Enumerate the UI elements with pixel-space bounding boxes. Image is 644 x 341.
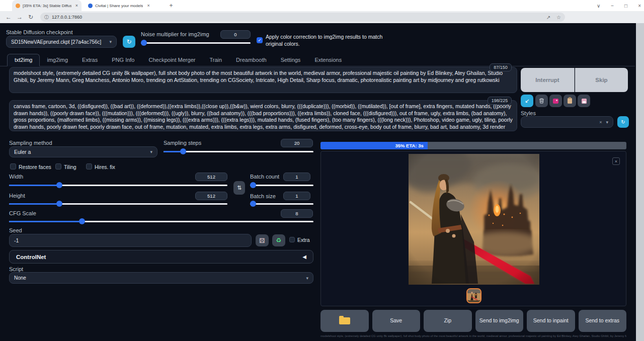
restore-faces-checkbox[interactable]	[10, 163, 16, 169]
paste-generation-params-button[interactable]: ↙	[521, 95, 533, 107]
tab-search-icon[interactable]: ∨	[597, 3, 600, 9]
tab-close-icon[interactable]: ×	[147, 3, 149, 8]
chevron-down-icon: ▾	[306, 276, 308, 281]
send-to-inpaint-button[interactable]: Send to inpaint	[527, 310, 575, 332]
width-slider[interactable]	[9, 182, 227, 188]
tab-settings[interactable]: Settings	[274, 54, 308, 66]
sampling-method-dropdown[interactable]: Euler a ▾	[9, 146, 157, 157]
reuse-seed-button[interactable]: ♻	[272, 234, 285, 246]
page-scrollbar[interactable]	[636, 23, 644, 341]
slider-handle[interactable]	[79, 218, 85, 224]
minimize-icon[interactable]: −	[611, 3, 614, 9]
tab-train[interactable]: Train	[202, 54, 229, 66]
slider-handle[interactable]	[56, 201, 62, 207]
prompt-input[interactable]: modelshoot style, (extremely detailed CG…	[9, 67, 517, 93]
hires-fix-checkbox[interactable]	[86, 163, 92, 169]
width-value[interactable]: 512	[195, 173, 227, 181]
refresh-styles-button[interactable]: ↻	[617, 116, 629, 128]
noise-multiplier-slider[interactable]	[141, 40, 251, 46]
tiling-label: Tiling	[64, 164, 76, 170]
send-to-extras-button[interactable]: Send to extras	[579, 310, 627, 332]
progress-text: 35% ETA: 3s	[395, 143, 423, 148]
seed-input[interactable]: -1	[9, 234, 252, 247]
height-slider[interactable]	[9, 201, 227, 207]
extra-seed-checkbox[interactable]	[289, 237, 295, 242]
batch-size-label: Batch size	[250, 193, 276, 199]
slider-track[interactable]	[250, 203, 313, 205]
refresh-checkpoint-button[interactable]: ↻	[123, 36, 135, 48]
slider-handle[interactable]	[250, 201, 256, 207]
progress-bar: 35% ETA: 3s	[320, 142, 626, 149]
slider-handle[interactable]	[141, 40, 147, 46]
address-bar[interactable]: ⓘ 127.0.0.1:7860 ↗ ☆	[40, 13, 565, 22]
browser-tab-stable-diffusion[interactable]: [35% ETA: 3s] Stable Diffusion ×	[12, 0, 82, 11]
open-folder-button[interactable]	[320, 310, 369, 332]
script-dropdown[interactable]: None ▾	[9, 272, 313, 284]
batch-count-slider[interactable]	[250, 182, 313, 188]
apply-styles-button[interactable]	[564, 95, 576, 107]
clear-prompt-button[interactable]	[535, 95, 548, 107]
noise-multiplier-value[interactable]: 0	[220, 30, 251, 39]
random-seed-button[interactable]: ⚄	[256, 234, 269, 246]
styles-dropdown[interactable]: × ▾	[521, 116, 613, 128]
slider-handle[interactable]	[180, 148, 186, 154]
negative-prompt-input[interactable]: canvas frame, cartoon, 3d, ((disfigured)…	[9, 100, 517, 131]
slider-fill	[9, 203, 59, 205]
controlnet-accordion[interactable]: ControlNet ◀	[9, 250, 313, 264]
save-button[interactable]: Save	[372, 310, 421, 332]
tab-txt2img[interactable]: txt2img	[7, 54, 40, 66]
sampling-steps-slider[interactable]	[164, 148, 313, 154]
tab-title: Civitai | Share your models	[95, 4, 143, 8]
tab-extensions[interactable]: Extensions	[307, 54, 349, 66]
seed-value: -1	[14, 237, 19, 243]
site-info-icon[interactable]: ⓘ	[44, 14, 49, 21]
cfg-scale-value[interactable]: 8	[281, 209, 313, 218]
tab-png-info[interactable]: PNG Info	[105, 54, 141, 66]
swap-dimensions-button[interactable]: ⇅	[233, 181, 245, 195]
back-icon[interactable]: ←	[3, 14, 14, 21]
generation-info-text: modelshoot style, (extremely detailed CG…	[320, 334, 626, 339]
stable-diffusion-webui: Stable Diffusion checkpoint SD15NewVAEpr…	[0, 23, 644, 341]
negative-prompt-token-counter: 198/225	[488, 97, 512, 105]
close-gallery-icon[interactable]: ×	[612, 157, 620, 165]
tab-checkpoint-merger[interactable]: Checkpoint Merger	[141, 54, 202, 66]
tiling-checkbox[interactable]	[55, 163, 61, 169]
cfg-scale-label: CFG Scale	[9, 210, 36, 216]
tab-dreambooth[interactable]: Dreambooth	[229, 54, 274, 66]
new-tab-button[interactable]: +	[167, 2, 175, 10]
batch-size-slider[interactable]	[250, 201, 313, 207]
tab-close-icon[interactable]: ×	[75, 3, 78, 8]
slider-track[interactable]	[250, 185, 313, 186]
seed-label: Seed	[9, 227, 22, 233]
sampling-steps-value[interactable]: 20	[281, 139, 313, 147]
maximize-icon[interactable]: □	[624, 3, 627, 9]
batch-count-value[interactable]: 1	[283, 173, 310, 181]
close-icon[interactable]: ×	[638, 3, 641, 9]
height-value[interactable]: 512	[195, 192, 227, 200]
tab-extras[interactable]: Extras	[75, 54, 105, 66]
color-correction-checkbox[interactable]: ✓	[257, 37, 263, 43]
color-correction-label: Apply color correction to img2img result…	[266, 34, 394, 47]
styles-label: Styles	[521, 110, 536, 116]
clear-styles-icon[interactable]: ×	[599, 120, 602, 125]
send-to-img2img-button[interactable]: Send to img2img	[475, 310, 524, 332]
share-icon[interactable]: ↗	[546, 15, 550, 20]
cfg-scale-slider[interactable]	[9, 218, 313, 224]
batch-size-value[interactable]: 1	[283, 192, 310, 200]
gallery-thumbnail[interactable]	[466, 288, 481, 303]
extra-networks-button[interactable]	[549, 95, 562, 107]
skip-button[interactable]: Skip	[575, 68, 628, 92]
zip-button[interactable]: Zip	[424, 310, 472, 332]
checkpoint-dropdown[interactable]: SD15NewVAEpruned.ckpt [27a4ac756c] ▾	[6, 36, 117, 48]
tab-img2img[interactable]: img2img	[40, 54, 75, 66]
interrupt-button[interactable]: Interrupt	[521, 68, 575, 92]
forward-icon[interactable]: →	[14, 14, 25, 21]
generated-image[interactable]	[409, 154, 539, 285]
save-style-button[interactable]	[578, 95, 590, 107]
slider-track[interactable]	[141, 42, 251, 44]
slider-handle[interactable]	[250, 182, 256, 188]
browser-tab-civitai[interactable]: Civitai | Share your models ×	[85, 0, 163, 11]
slider-handle[interactable]	[56, 182, 62, 188]
reload-icon[interactable]: ↻	[25, 14, 36, 21]
bookmark-star-icon[interactable]: ☆	[556, 15, 561, 20]
